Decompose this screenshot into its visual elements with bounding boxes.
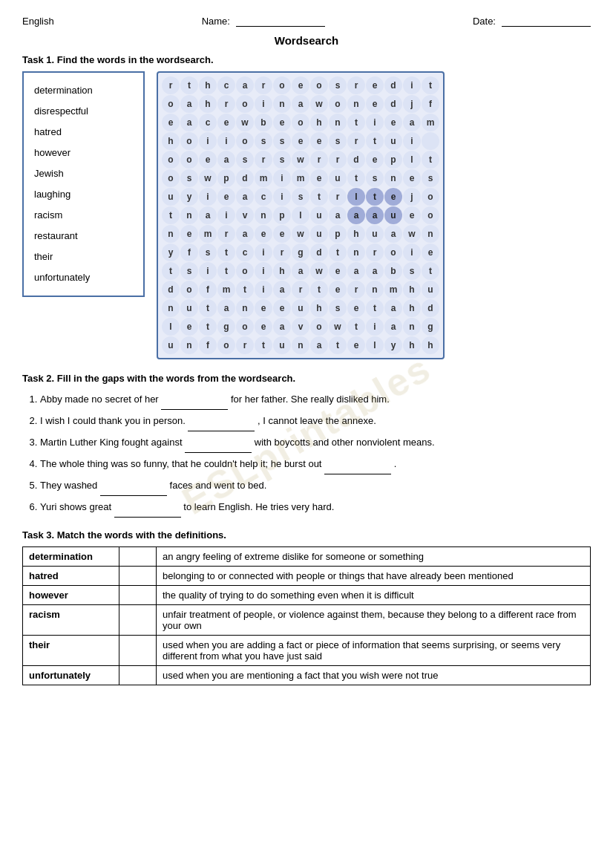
name-value[interactable]: [236, 15, 325, 27]
ws-cell: m: [292, 169, 309, 187]
ws-cell: a: [292, 262, 309, 280]
ws-cell: v: [292, 318, 309, 336]
ws-cell: n: [180, 336, 198, 354]
word-list-item: Jewish: [34, 163, 133, 184]
ws-cell: w: [329, 318, 347, 336]
ws-cell: t: [347, 318, 365, 336]
ws-cell: s: [180, 169, 198, 187]
subject-label: English: [22, 16, 54, 27]
word-list-item: restaurant: [34, 226, 133, 247]
ws-cell: i: [403, 244, 421, 261]
fill-blank[interactable]: [161, 390, 228, 410]
ws-cell: w: [199, 169, 217, 187]
ws-row: nemraeewuphuawn: [162, 225, 439, 243]
ws-row: hoiiosseesrtui: [162, 132, 439, 150]
ws-cell: o: [422, 206, 439, 224]
match-word: however: [23, 586, 119, 605]
ws-cell: i: [217, 132, 235, 150]
ws-cell: r: [217, 95, 235, 113]
ws-cell: b: [384, 262, 402, 280]
ws-cell: o: [422, 188, 439, 206]
ws-cell: o: [162, 95, 180, 113]
ws-cell: h: [403, 336, 421, 354]
ws-cell: w: [310, 262, 328, 280]
ws-cell: h: [199, 76, 217, 94]
ws-cell: u: [384, 132, 402, 150]
ws-cell: o: [180, 281, 198, 298]
fill-blank[interactable]: [185, 433, 252, 453]
match-blank[interactable]: [119, 666, 157, 685]
ws-cell: w: [292, 151, 309, 169]
ws-cell: h: [199, 95, 217, 113]
ws-cell: e: [255, 318, 272, 336]
ws-cell: i: [366, 318, 384, 336]
ws-cell: e: [366, 76, 384, 94]
fill-blank[interactable]: [324, 454, 391, 474]
task2-sentence: They washed faces and went to bed.: [40, 476, 591, 496]
ws-cell: a: [329, 206, 347, 224]
fill-blank[interactable]: [114, 497, 181, 518]
ws-cell: e: [255, 299, 272, 317]
match-row: racismunfair treatment of people, or vio…: [23, 605, 591, 636]
match-blank[interactable]: [119, 586, 157, 605]
ws-cell: o: [180, 132, 198, 150]
ws-cell: o: [310, 318, 328, 336]
ws-cell: i: [255, 262, 272, 280]
match-blank[interactable]: [119, 547, 157, 567]
ws-cell: s: [273, 151, 291, 169]
ws-cell: p: [329, 225, 347, 243]
ws-cell: o: [292, 114, 309, 131]
ws-cell: a: [236, 188, 254, 206]
match-blank[interactable]: [119, 636, 157, 666]
ws-cell: i: [273, 169, 291, 187]
match-row: hatredbelonging to or connected with peo…: [23, 567, 591, 586]
match-definition: used when you are adding a fact or piece…: [157, 636, 591, 666]
ws-cell: n: [255, 206, 272, 224]
word-list-item: disrespectful: [34, 101, 133, 122]
ws-cell: j: [403, 95, 421, 113]
ws-cell: a: [273, 281, 291, 298]
ws-cell: t: [366, 188, 384, 206]
ws-cell: e: [366, 95, 384, 113]
ws-cell: i: [199, 262, 217, 280]
ws-cell: u: [422, 281, 439, 298]
match-definition: unfair treatment of people, or violence …: [157, 605, 591, 636]
ws-cell: v: [236, 206, 254, 224]
task2-sentence: Yuri shows great to learn English. He tr…: [40, 497, 591, 518]
ws-cell: n: [329, 114, 347, 131]
ws-cell: t: [329, 244, 347, 261]
ws-cell: h: [310, 299, 328, 317]
ws-row: tnaivnpluaaaueo: [162, 206, 439, 224]
ws-cell: r: [255, 151, 272, 169]
ws-cell: t: [422, 151, 439, 169]
ws-cell: e: [384, 188, 402, 206]
match-row: unfortunatelyused when you are mentionin…: [23, 666, 591, 685]
ws-cell: r: [366, 244, 384, 261]
ws-cell: s: [422, 169, 439, 187]
ws-cell: h: [403, 281, 421, 298]
fill-blank[interactable]: [188, 411, 255, 431]
ws-cell: p: [384, 151, 402, 169]
ws-cell: n: [366, 281, 384, 298]
ws-cell: d: [422, 299, 439, 317]
match-blank[interactable]: [119, 605, 157, 636]
fill-blank[interactable]: [100, 476, 167, 496]
ws-cell: o: [384, 244, 402, 261]
task1-label: Task 1. Find the words in the wordsearch…: [22, 54, 591, 65]
ws-cell: i: [403, 76, 421, 94]
ws-cell: e: [180, 225, 198, 243]
match-word: determination: [23, 547, 119, 567]
ws-row: letgoeavowtiang: [162, 318, 439, 336]
date-field: Date:: [473, 15, 591, 27]
ws-cell: s: [273, 132, 291, 150]
ws-row: tsitoihaweaabst: [162, 262, 439, 280]
match-blank[interactable]: [119, 567, 157, 586]
ws-cell: w: [292, 225, 309, 243]
ws-cell: d: [162, 281, 180, 298]
ws-cell: l: [292, 206, 309, 224]
ws-cell: o: [236, 95, 254, 113]
task2-list: Abby made no secret of her for her fathe…: [40, 390, 591, 518]
date-value[interactable]: [502, 15, 591, 27]
ws-cell: i: [255, 95, 272, 113]
ws-cell: o: [180, 151, 198, 169]
